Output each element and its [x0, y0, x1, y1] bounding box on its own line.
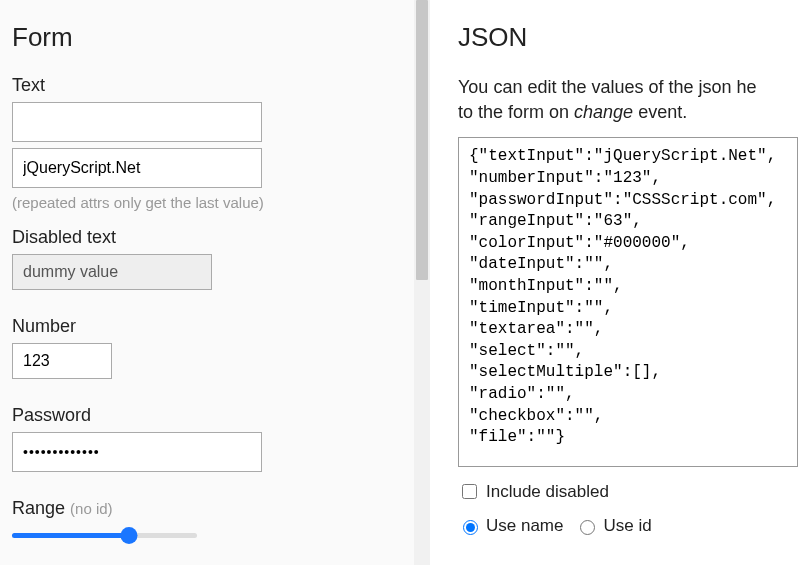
- use-name-radio[interactable]: [463, 520, 478, 535]
- use-id-label: Use id: [603, 516, 651, 536]
- range-label: Range (no id): [12, 498, 418, 519]
- range-label-text: Range: [12, 498, 70, 518]
- use-id-row[interactable]: Use id: [575, 516, 651, 536]
- json-textarea[interactable]: {"textInput":"jQueryScript.Net", "number…: [458, 137, 798, 467]
- range-hint: (no id): [70, 500, 113, 517]
- form-scroll-area: Form Text (repeated attrs only get the l…: [0, 0, 430, 565]
- json-panel: JSON You can edit the values of the json…: [430, 0, 809, 565]
- text-input-2[interactable]: [12, 148, 262, 188]
- json-intro: You can edit the values of the json he t…: [458, 75, 809, 125]
- scrollbar-track[interactable]: [414, 0, 430, 565]
- range-fill: [12, 533, 129, 538]
- mode-radio-group: Use name Use id: [458, 516, 809, 536]
- disabled-text-input: [12, 254, 212, 290]
- scrollbar-thumb[interactable]: [416, 0, 428, 280]
- text-input-1[interactable]: [12, 102, 262, 142]
- use-id-radio[interactable]: [580, 520, 595, 535]
- use-name-row[interactable]: Use name: [458, 516, 563, 536]
- use-name-label: Use name: [486, 516, 563, 536]
- range-thumb[interactable]: [120, 527, 137, 544]
- include-disabled-checkbox[interactable]: [462, 484, 477, 499]
- json-intro-line1: You can edit the values of the json he: [458, 77, 757, 97]
- json-intro-em: change: [574, 102, 633, 122]
- json-intro-line2b: event.: [633, 102, 687, 122]
- json-heading: JSON: [458, 22, 809, 53]
- text-hint: (repeated attrs only get the last value): [12, 194, 418, 211]
- include-disabled-row[interactable]: Include disabled: [458, 481, 809, 502]
- form-panel: Form Text (repeated attrs only get the l…: [0, 0, 430, 565]
- include-disabled-label: Include disabled: [486, 482, 609, 502]
- text-label: Text: [12, 75, 418, 96]
- range-input[interactable]: [12, 525, 197, 545]
- number-input[interactable]: [12, 343, 112, 379]
- disabled-text-label: Disabled text: [12, 227, 418, 248]
- password-input[interactable]: [12, 432, 262, 472]
- json-intro-line2a: to the form on: [458, 102, 574, 122]
- form-heading: Form: [12, 22, 418, 53]
- number-label: Number: [12, 316, 418, 337]
- password-label: Password: [12, 405, 418, 426]
